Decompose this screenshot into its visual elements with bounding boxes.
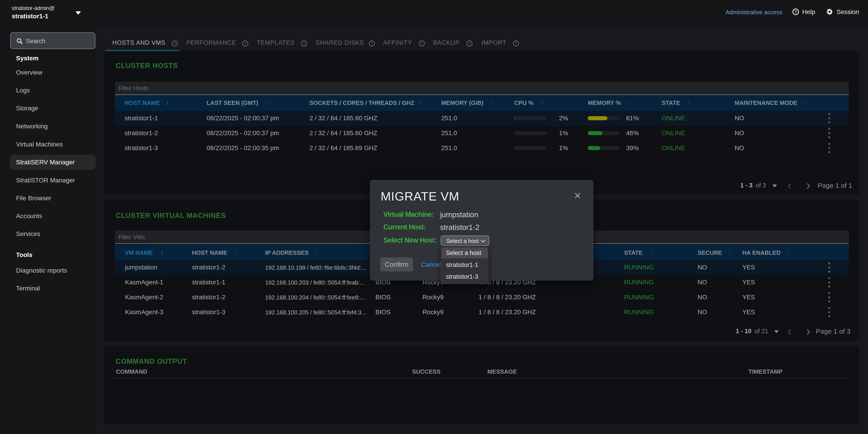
hosts-col-memory-pct[interactable]: MEMORY % (588, 99, 621, 106)
sort-icon[interactable]: ↕ (315, 249, 318, 256)
vms-col-ip-addresses[interactable]: IP ADDRESSES (265, 249, 309, 256)
dropdown-option-select-a-host[interactable]: Select a host (446, 250, 481, 256)
tab-import[interactable]: IMPORT (482, 39, 506, 46)
hosts-col-state[interactable]: STATE (662, 99, 680, 106)
row-actions-kebab-icon[interactable] (826, 277, 832, 287)
tab-help-icon[interactable]: ? (301, 40, 307, 47)
help-icon[interactable]: ? (792, 8, 799, 15)
dropdown-option-stratistor1-1[interactable]: stratistor1-1 (446, 261, 478, 269)
svg-text:?: ? (421, 41, 423, 45)
hosts-col-last-seen[interactable]: LAST SEEN (GMT) (207, 99, 258, 106)
hosts-col-host-name[interactable]: HOST NAME (125, 99, 160, 106)
hosts-filter-input[interactable]: Filter Hosts (119, 85, 148, 92)
row-actions-kebab-icon[interactable] (826, 292, 832, 303)
tab-help-icon[interactable]: ? (368, 40, 375, 47)
row-actions-kebab-icon[interactable] (826, 128, 832, 138)
hosts-table-row[interactable]: stratistor1-3 08/22/2025 - 02:00:35 pm 2… (115, 141, 849, 156)
sort-icon[interactable]: ↕ (627, 99, 631, 106)
sidebar-item-storage[interactable]: Storage (16, 105, 38, 112)
row-actions-kebab-icon[interactable] (826, 143, 832, 153)
sort-icon[interactable]: ↕ (787, 249, 790, 256)
tab-performance[interactable]: PERFORMANCE (186, 39, 236, 46)
sidebar-item-accounts[interactable]: Accounts (16, 213, 42, 220)
hosts-col-cpu-pct[interactable]: CPU % (514, 99, 533, 106)
sidebar-item-logs[interactable]: Logs (16, 87, 30, 94)
vms-col-ha-enabled[interactable]: HA ENABLED (742, 249, 780, 256)
tab-templates[interactable]: TEMPLATES (257, 39, 295, 46)
pagination-range: 1 - 10 (736, 328, 751, 335)
command-output-divider (115, 378, 849, 378)
cell-sockets: 2 / 32 / 64 / 185.60 GHZ (309, 115, 377, 122)
sort-icon[interactable]: ↕ (541, 99, 544, 106)
sort-icon[interactable]: ↕ (728, 249, 732, 256)
vms-pagination: 1 - 10 of 21 (736, 328, 768, 335)
sidebar-item-stratistor-manager[interactable]: StratiSTOR Manager (16, 177, 75, 184)
sidebar-item-stratiserv-manager[interactable]: StratiSERV Manager (16, 159, 74, 166)
sidebar-item-file-browser[interactable]: File Browser (16, 195, 51, 202)
sidebar-item-services[interactable]: Services (16, 230, 40, 238)
hosts-col-sockets[interactable]: SOCKETS / CORES / THREADS / GHZ (309, 99, 414, 106)
sidebar-item-diagnostic-reports[interactable]: Diagnostic reports (16, 267, 67, 274)
row-actions-kebab-icon[interactable] (826, 262, 832, 273)
hosts-col-memory-gib[interactable]: MEMORY (GiB) (441, 99, 483, 106)
user-menu-caret-icon[interactable] (75, 11, 81, 15)
next-page-icon[interactable] (805, 328, 811, 336)
hosts-col-maintenance-mode[interactable]: MAINTENANCE MODE (735, 99, 797, 106)
help-menu[interactable]: Help (802, 8, 815, 16)
prev-page-icon[interactable] (786, 328, 793, 336)
cluster-hosts-title: CLUSTER HOSTS (116, 62, 178, 70)
gear-icon[interactable] (826, 8, 833, 16)
row-actions-kebab-icon[interactable] (826, 307, 832, 317)
hosts-table-row[interactable]: stratistor1-1 08/22/2025 - 02:00:37 pm 2… (115, 111, 849, 126)
sidebar-item-terminal[interactable]: Terminal (16, 285, 40, 292)
co-col-command: COMMAND (116, 368, 147, 375)
sort-icon[interactable]: ↕ (804, 99, 807, 106)
vms-col-secure[interactable]: SECURE (698, 249, 722, 256)
cell-sockets: 2 / 32 / 64 / 185.60 GHZ (309, 129, 377, 137)
vms-col-host-name[interactable]: HOST NAME (192, 249, 227, 256)
sort-icon[interactable]: ↕ (650, 249, 653, 256)
cancel-button[interactable]: Cancel (421, 261, 441, 268)
per-page-caret-icon[interactable] (772, 184, 777, 187)
dropdown-option-stratistor1-3[interactable]: stratistor1-3 (446, 273, 478, 280)
tab-shared-disks[interactable]: SHARED DISKS (316, 39, 364, 46)
vms-table-row[interactable]: KasmAgent-3 stratistor1-3 192.168.100.20… (115, 305, 849, 320)
sidebar-item-networking[interactable]: Networking (16, 123, 48, 130)
tab-help-icon[interactable]: ? (242, 40, 249, 47)
hosts-table-row[interactable]: stratistor1-2 08/22/2025 - 02:00:37 pm 2… (115, 126, 849, 141)
sort-icon[interactable]: ↕ (234, 249, 237, 256)
vms-col-vm-name[interactable]: VM NAME (125, 249, 153, 256)
tab-help-icon[interactable]: ? (466, 40, 473, 47)
vms-col-state[interactable]: STATE (624, 249, 643, 256)
tab-hosts-and-vms[interactable]: HOSTS AND VMS (112, 39, 165, 46)
sidebar-item-virtual-machines[interactable]: Virtual Machines (16, 141, 63, 148)
sort-icon[interactable]: ↕ (491, 99, 494, 106)
search-icon (16, 37, 23, 45)
active-tab-underline (105, 50, 180, 51)
tab-backup[interactable]: BACKUP (433, 39, 460, 46)
sort-icon[interactable]: ↕ (687, 99, 690, 106)
tab-help-icon[interactable]: ? (171, 40, 178, 47)
next-page-icon[interactable] (805, 182, 811, 190)
per-page-caret-icon[interactable] (774, 330, 779, 333)
session-menu[interactable]: Session (837, 8, 859, 16)
sidebar-search[interactable]: Search (10, 32, 95, 49)
sort-ascending-icon[interactable]: ↑ (166, 99, 169, 107)
administrative-access-link[interactable]: Administrative access (725, 9, 782, 16)
cell-state: RUNNING (624, 309, 654, 316)
prev-page-icon[interactable] (786, 182, 793, 190)
tab-help-icon[interactable]: ? (513, 40, 520, 47)
sidebar-item-overview[interactable]: Overview (16, 69, 42, 76)
vms-filter-input[interactable]: Filter VMs (119, 234, 145, 241)
close-icon[interactable]: ✕ (574, 191, 581, 201)
sort-ascending-icon[interactable]: ↑ (160, 249, 163, 256)
vms-table-row[interactable]: KasmAgent-2 stratistor1-2 192.168.100.20… (115, 290, 849, 305)
tab-affinity[interactable]: AFFINITY (383, 39, 412, 46)
confirm-button[interactable]: Confirm (380, 257, 413, 272)
select-new-host-dropdown[interactable]: Select a host (441, 236, 489, 246)
sort-icon[interactable]: ↕ (418, 99, 422, 106)
tab-help-icon[interactable]: ? (418, 40, 425, 47)
search-input[interactable]: Search (26, 38, 45, 45)
row-actions-kebab-icon[interactable] (826, 113, 832, 123)
sort-icon[interactable]: ↕ (265, 99, 268, 106)
